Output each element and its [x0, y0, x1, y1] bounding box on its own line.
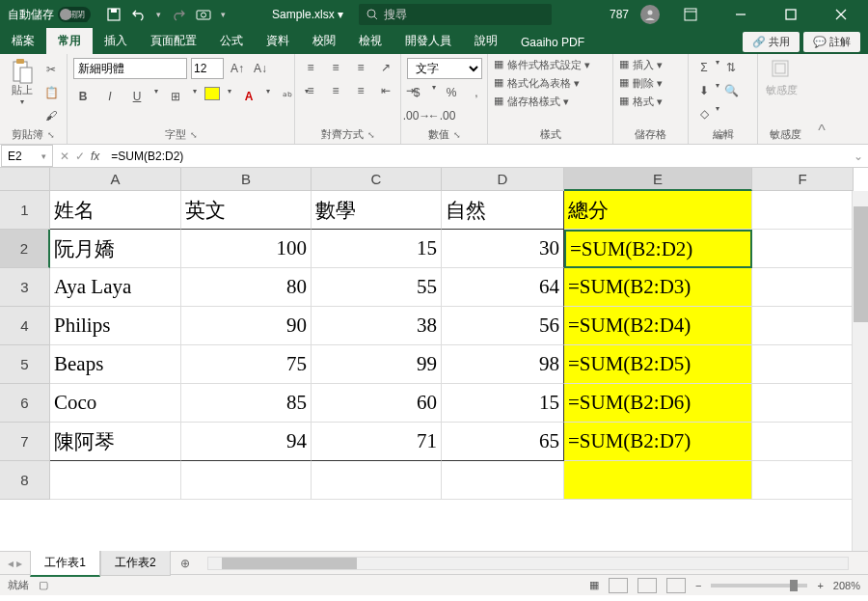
orientation-icon[interactable]: ↗: [376, 58, 395, 77]
cell-B2[interactable]: 100: [181, 230, 312, 268]
underline-button[interactable]: U: [127, 87, 147, 106]
zoom-in-icon[interactable]: +: [817, 580, 823, 591]
camera-icon[interactable]: [196, 7, 211, 22]
number-format-select[interactable]: 文字: [407, 58, 482, 79]
fx-icon[interactable]: fx: [91, 150, 99, 163]
cell-D5[interactable]: 98: [442, 345, 564, 384]
cell-C7[interactable]: 71: [312, 423, 442, 461]
cell-E2[interactable]: =SUM(B2:D2): [564, 230, 752, 268]
format-painter-icon[interactable]: 🖌: [41, 106, 61, 125]
sheet-tab-1[interactable]: 工作表1: [30, 550, 100, 577]
minimize-icon[interactable]: [721, 0, 760, 29]
cell-C8[interactable]: [312, 461, 442, 500]
sensitivity-button[interactable]: 敏感度: [764, 58, 799, 97]
num-launcher-icon[interactable]: ⤡: [453, 130, 461, 140]
document-title[interactable]: Sample.xlsx ▾: [233, 8, 359, 21]
cell-F6[interactable]: [752, 384, 854, 423]
cell-A7[interactable]: 陳阿琴: [50, 423, 181, 461]
italic-button[interactable]: I: [100, 87, 120, 106]
close-icon[interactable]: [822, 0, 860, 29]
cell-B1[interactable]: 英文: [181, 191, 312, 230]
indent-decrease-icon[interactable]: ⇤: [376, 81, 395, 100]
cell-C1[interactable]: 數學: [312, 191, 442, 230]
fill-icon[interactable]: ⬇: [694, 81, 714, 100]
tab-file[interactable]: 檔案: [0, 28, 46, 54]
cell-D8[interactable]: [442, 461, 564, 500]
sort-filter-icon[interactable]: ⇅: [721, 58, 741, 77]
cell-F7[interactable]: [752, 423, 854, 461]
enter-formula-icon[interactable]: ✓: [75, 150, 85, 163]
add-sheet-button[interactable]: ⊕: [171, 557, 200, 570]
cell-E4[interactable]: =SUM(B2:D4): [564, 307, 752, 345]
row-header-3[interactable]: 3: [0, 268, 50, 307]
cell-C6[interactable]: 60: [312, 384, 442, 423]
insert-cells-button[interactable]: ▦插入 ▾: [619, 58, 663, 72]
cell-F5[interactable]: [752, 345, 854, 384]
cell-C2[interactable]: 15: [312, 230, 442, 268]
row-header-4[interactable]: 4: [0, 307, 50, 345]
zoom-slider[interactable]: [711, 584, 807, 587]
align-bottom-icon[interactable]: ≡: [351, 58, 370, 77]
tab-data[interactable]: 資料: [255, 28, 301, 54]
maximize-icon[interactable]: [772, 0, 810, 29]
delete-cells-button[interactable]: ▦刪除 ▾: [619, 76, 663, 91]
cell-B4[interactable]: 90: [181, 307, 312, 345]
find-icon[interactable]: 🔍: [721, 81, 741, 100]
increase-decimal-icon[interactable]: .00→: [407, 106, 426, 125]
formula-input[interactable]: =SUM(B2:D2): [105, 150, 849, 163]
autosave-toggle[interactable]: 關閉: [58, 7, 91, 22]
font-launcher-icon[interactable]: ⤡: [190, 130, 198, 140]
autosum-icon[interactable]: Σ: [694, 58, 714, 77]
paste-button[interactable]: 貼上 ▾: [6, 58, 38, 106]
expand-formula-bar-icon[interactable]: ⌄: [849, 150, 868, 163]
font-name-select[interactable]: [73, 58, 187, 79]
row-header-1[interactable]: 1: [0, 191, 50, 230]
font-size-select[interactable]: [191, 58, 224, 79]
cell-B7[interactable]: 94: [181, 423, 312, 461]
cell-B5[interactable]: 75: [181, 345, 312, 384]
cell-A2[interactable]: 阮月嬌: [50, 230, 181, 268]
zoom-level[interactable]: 208%: [833, 580, 860, 591]
cell-A3[interactable]: Aya Laya: [50, 268, 181, 307]
undo-dropdown-icon[interactable]: ▾: [156, 10, 161, 19]
cell-F4[interactable]: [752, 307, 854, 345]
align-right-icon[interactable]: ≡: [351, 81, 370, 100]
align-middle-icon[interactable]: ≡: [326, 58, 345, 77]
cell-B3[interactable]: 80: [181, 268, 312, 307]
col-header-B[interactable]: B: [181, 168, 312, 191]
increase-font-icon[interactable]: A↑: [228, 59, 247, 78]
align-left-icon[interactable]: ≡: [301, 81, 320, 100]
cancel-formula-icon[interactable]: ✕: [60, 150, 69, 163]
tab-review[interactable]: 校閱: [301, 28, 347, 54]
user-avatar[interactable]: [640, 5, 660, 24]
qat-more-icon[interactable]: ▾: [221, 10, 226, 19]
conditional-formatting-button[interactable]: ▦條件式格式設定 ▾: [494, 58, 590, 72]
fill-color-icon[interactable]: [204, 87, 220, 100]
normal-view-icon[interactable]: [609, 578, 628, 593]
cell-A1[interactable]: 姓名: [50, 191, 181, 230]
vscroll-thumb[interactable]: [854, 206, 868, 322]
tab-insert[interactable]: 插入: [93, 28, 139, 54]
cell-F3[interactable]: [752, 268, 854, 307]
cell-B8[interactable]: [181, 461, 312, 500]
redo-icon[interactable]: [171, 7, 186, 22]
cell-F2[interactable]: [752, 230, 854, 268]
vertical-scrollbar[interactable]: [852, 191, 868, 551]
row-header-6[interactable]: 6: [0, 384, 50, 423]
zoom-out-icon[interactable]: −: [695, 580, 701, 591]
format-as-table-button[interactable]: ▦格式化為表格 ▾: [494, 76, 580, 91]
phonetic-icon[interactable]: ᵃᵇ: [278, 87, 297, 106]
cell-styles-button[interactable]: ▦儲存格樣式 ▾: [494, 95, 569, 109]
tab-page-layout[interactable]: 頁面配置: [139, 28, 208, 54]
border-icon[interactable]: ⊞: [166, 87, 185, 106]
cell-E1[interactable]: 總分: [564, 191, 752, 230]
sheet-tab-2[interactable]: 工作表2: [100, 550, 171, 576]
align-launcher-icon[interactable]: ⤡: [367, 130, 375, 140]
cell-E7[interactable]: =SUM(B2:D7): [564, 423, 752, 461]
cell-E8[interactable]: [564, 461, 752, 500]
sheet-nav[interactable]: ◂ ▸: [0, 557, 30, 570]
row-header-8[interactable]: 8: [0, 461, 50, 500]
cell-B6[interactable]: 85: [181, 384, 312, 423]
page-break-view-icon[interactable]: [666, 578, 686, 593]
cell-F8[interactable]: [752, 461, 854, 500]
